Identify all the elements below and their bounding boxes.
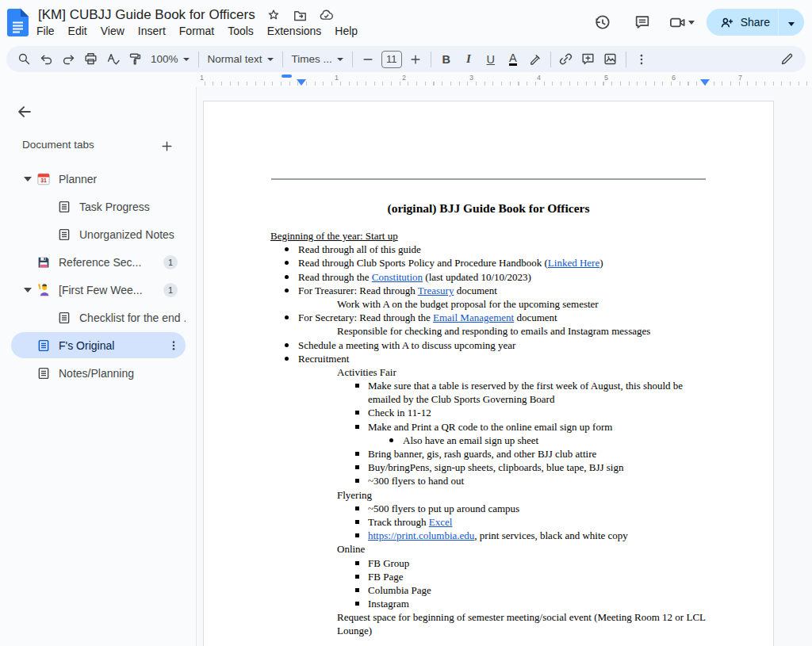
sidebar-tab-first-few-wee[interactable]: [First Few Wee...1 <box>0 276 197 304</box>
doc-link[interactable]: https://print.columbia.edu <box>368 529 474 541</box>
doc-link[interactable]: Treasury <box>418 285 454 296</box>
tab-label: Reference Sec... <box>59 256 141 269</box>
sidebar-tab-reference-sec[interactable]: Reference Sec...1 <box>0 248 197 276</box>
paint-format-button[interactable] <box>124 49 145 70</box>
doc-icon <box>36 338 51 353</box>
doc-text: ~500 flyers to put up around campus <box>368 503 519 514</box>
doc-link[interactable]: Email Management <box>433 312 514 323</box>
menu-format[interactable]: Format <box>179 25 214 37</box>
ruler-number: 5 <box>604 74 608 82</box>
sidebar-tab-notes-planning[interactable]: Notes/Planning <box>0 359 197 387</box>
more-vertical-icon <box>634 52 649 67</box>
tab-options-icon[interactable] <box>165 337 182 354</box>
italic-button[interactable]: I <box>458 49 479 70</box>
doc-line: Lounge) <box>204 624 773 637</box>
doc-text: ~300 flyers to hand out <box>368 475 464 487</box>
add-comment-button[interactable] <box>578 49 599 70</box>
horizontal-ruler[interactable]: 11234567 <box>197 74 812 87</box>
bold-button[interactable]: B <box>436 49 457 70</box>
highlight-button[interactable] <box>525 49 546 70</box>
font-select-value: Times ... <box>292 53 332 65</box>
underline-button[interactable]: U <box>481 49 501 70</box>
menu-extensions[interactable]: Extensions <box>267 25 321 37</box>
comments-icon[interactable] <box>627 7 657 37</box>
sidebar-tab-f-s-original[interactable]: F's Original <box>0 331 197 359</box>
menu-view[interactable]: View <box>101 25 124 37</box>
increase-font-size-button[interactable] <box>405 49 426 70</box>
sidebar-tab-task-progress[interactable]: Task Progress <box>0 193 197 220</box>
menu-file[interactable]: File <box>36 25 55 37</box>
styles-select[interactable]: Normal text <box>203 49 278 70</box>
print-button[interactable] <box>80 49 101 70</box>
share-button[interactable]: Share <box>707 9 804 36</box>
right-indent-marker[interactable] <box>700 79 710 86</box>
redo-icon <box>61 52 76 67</box>
star-icon[interactable] <box>266 8 282 23</box>
zoom-select[interactable]: 100% <box>146 49 194 70</box>
doc-line: FB Page <box>204 570 773 583</box>
spellcheck-button[interactable] <box>102 49 123 70</box>
sidebar-tab-checklist-for-the-end[interactable]: Checklist for the end ... <box>0 304 197 331</box>
doc-line: Schedule a meeting with A to discuss upc… <box>204 338 773 352</box>
toolbar-divider <box>626 52 626 67</box>
doc-text: Request space for beginning of semester … <box>337 611 706 623</box>
underline-button-glyph: U <box>487 53 495 66</box>
search-button[interactable] <box>13 49 34 70</box>
doc-link[interactable]: Linked Here <box>548 257 599 269</box>
plus-icon <box>408 52 423 67</box>
menu-tools[interactable]: Tools <box>228 25 254 37</box>
left-indent-marker[interactable] <box>297 79 306 86</box>
doc-text: Work with A on the budget proposal for t… <box>337 298 599 310</box>
add-tab-button[interactable] <box>157 136 176 155</box>
doc-link[interactable]: Constitution <box>372 271 423 283</box>
tab-label: Planner <box>59 173 97 185</box>
undo-button[interactable] <box>36 49 56 70</box>
document-page[interactable]: (original) BJJ Guide Book for Officers B… <box>203 101 774 646</box>
pencil-button[interactable] <box>776 49 797 70</box>
doc-link[interactable]: Excel <box>429 516 453 528</box>
doc-text: Responsible for checking and responding … <box>337 325 650 337</box>
font-select[interactable]: Times ... <box>287 49 348 70</box>
doc-text: Read through the <box>298 271 372 283</box>
link-button[interactable] <box>556 49 576 70</box>
styles-select-value: Normal text <box>208 53 262 65</box>
sidebar-tab-planner[interactable]: 31Planner <box>0 165 197 193</box>
doc-text: Activities Fair <box>337 366 396 378</box>
text-color-button[interactable]: A <box>503 49 523 70</box>
menu-help[interactable]: Help <box>335 25 358 37</box>
doc-line: Track through Excel <box>204 515 773 529</box>
first-line-indent-marker[interactable] <box>282 75 292 78</box>
font-size-input[interactable]: 11 <box>381 51 402 68</box>
expand-arrow-icon[interactable] <box>19 177 36 182</box>
document-title[interactable]: [KM] CUBJJ Guide Book for Officers <box>38 7 255 23</box>
more-vertical-button[interactable] <box>631 49 652 70</box>
tab-label: Unorganized Notes <box>79 228 174 241</box>
disc-bullet <box>285 289 289 292</box>
sidebar-tab-unorganized-notes[interactable]: Unorganized Notes <box>0 220 197 248</box>
share-dropdown-button[interactable] <box>779 15 804 29</box>
cloud-saved-icon[interactable] <box>319 8 334 23</box>
doc-icon <box>57 200 71 214</box>
doc-text: Bring banner, gis, rash guards, and othe… <box>368 448 596 460</box>
doc-line: Bring banner, gis, rash guards, and othe… <box>204 447 773 461</box>
doc-text: Check in 11-12 <box>368 407 431 419</box>
google-docs-logo-icon[interactable] <box>7 9 29 36</box>
menu-insert[interactable]: Insert <box>138 25 166 37</box>
doc-line: Flyering <box>204 488 773 502</box>
doc-line: Online <box>204 542 773 556</box>
meet-video-icon[interactable] <box>667 7 697 37</box>
redo-button[interactable] <box>58 49 79 70</box>
spellcheck-icon <box>105 52 121 67</box>
version-history-icon[interactable] <box>588 7 618 37</box>
menu-edit[interactable]: Edit <box>68 25 87 37</box>
move-folder-icon[interactable] <box>293 8 308 23</box>
decrease-font-size-button[interactable] <box>358 49 378 70</box>
link-icon <box>558 52 573 67</box>
toolbar-divider <box>550 52 551 67</box>
insert-image-button[interactable] <box>600 49 621 70</box>
back-arrow-icon[interactable] <box>14 101 35 122</box>
doc-line: Work with A on the budget proposal for t… <box>204 297 773 311</box>
doc-text: Make and Print a QR code to the online e… <box>368 421 612 433</box>
square-bullet <box>355 575 359 579</box>
expand-arrow-icon[interactable] <box>19 288 36 292</box>
